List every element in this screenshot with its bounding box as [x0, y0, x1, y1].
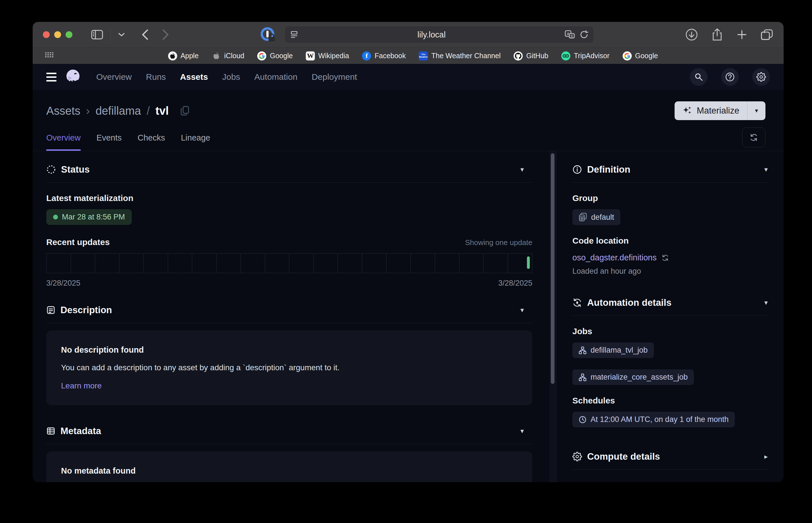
code-location-value: oso_dagster.definitions — [572, 253, 657, 263]
url-text[interactable]: lily.local — [299, 30, 565, 39]
breadcrumb: Assets › defillama / tvl — [46, 105, 189, 117]
group-tag[interactable]: default — [572, 209, 620, 225]
refresh-button[interactable] — [742, 127, 765, 147]
job-icon — [579, 346, 587, 354]
scrollbar-thumb[interactable] — [551, 153, 555, 384]
definition-section-header[interactable]: Definition ▾ — [572, 154, 768, 182]
menu-icon[interactable] — [46, 73, 56, 82]
description-collapse-caret[interactable]: ▾ — [520, 306, 524, 314]
breadcrumb-assets-link[interactable]: Assets — [46, 105, 80, 117]
latest-materialization-pill[interactable]: Mar 28 at 8:56 PM — [46, 209, 132, 225]
bookmark-label: iCloud — [224, 52, 245, 60]
metadata-section-header[interactable]: Metadata ▾ — [46, 415, 533, 444]
code-location-link[interactable]: oso_dagster.definitions — [572, 253, 768, 263]
nav-assets[interactable]: Assets — [180, 72, 208, 82]
bookmark-icloud[interactable]: iCloud — [212, 51, 245, 60]
close-window-button[interactable] — [43, 31, 50, 38]
zoom-window-button[interactable] — [66, 31, 72, 38]
tab-overview[interactable]: Overview — [46, 133, 80, 151]
sidebar-toggle-icon[interactable] — [91, 30, 103, 39]
update-cell — [459, 254, 484, 273]
nav-runs[interactable]: Runs — [146, 72, 166, 82]
bookmark-github[interactable]: GitHub — [513, 51, 548, 60]
materialize-dropdown-button[interactable]: ▾ — [747, 101, 765, 120]
translate-icon[interactable]: A 文 — [565, 30, 575, 39]
tab-checks[interactable]: Checks — [138, 133, 165, 151]
update-cell — [338, 254, 362, 273]
password-manager-extension-icon[interactable] — [260, 27, 275, 42]
bookmark-wikipedia[interactable]: W Wikipedia — [306, 51, 349, 60]
latest-materialization-label: Latest materialization — [46, 193, 533, 203]
frequently-visited-icon[interactable] — [44, 52, 54, 60]
breadcrumb-row: Assets › defillama / tvl — [33, 90, 783, 125]
share-icon[interactable] — [711, 28, 723, 41]
tab-lineage[interactable]: Lineage — [181, 133, 210, 151]
job-tag-defillama-tvl[interactable]: defillama_tvl_job — [572, 342, 654, 358]
new-tab-icon[interactable] — [737, 29, 747, 40]
job-tag-materialize-core-assets[interactable]: materialize_core_assets_job — [572, 369, 694, 385]
address-bar[interactable]: lily.local A 文 — [285, 26, 594, 43]
status-section-header[interactable]: Status ▾ — [46, 154, 533, 182]
nav-automation[interactable]: Automation — [254, 72, 297, 82]
status-collapse-caret[interactable]: ▾ — [520, 165, 524, 174]
update-cell — [362, 254, 387, 273]
bookmark-facebook[interactable]: f Facebook — [362, 51, 406, 60]
group-label: Group — [572, 193, 768, 203]
automation-collapse-caret[interactable]: ▾ — [764, 299, 768, 307]
bookmark-apple[interactable]: Apple — [168, 51, 199, 60]
learn-more-link[interactable]: Learn more — [61, 381, 102, 391]
dagster-logo[interactable] — [65, 69, 82, 85]
scrollbar-track[interactable] — [549, 151, 556, 482]
description-icon — [46, 306, 55, 314]
forward-button[interactable] — [162, 29, 169, 40]
status-divider — [46, 182, 533, 183]
sidebar-chevron-down-icon[interactable] — [118, 32, 125, 37]
nav-deployment[interactable]: Deployment — [312, 72, 357, 82]
bookmark-google-2[interactable]: Google — [622, 51, 658, 60]
help-button[interactable] — [721, 68, 739, 86]
bookmarks-bar: Apple iCloud Google W Wikipedia — [33, 48, 783, 64]
overview-left-column: Status ▾ Latest materialization Mar 28 a… — [33, 151, 549, 482]
info-icon — [572, 165, 582, 174]
back-button[interactable] — [141, 29, 149, 40]
tab-overview-icon[interactable] — [761, 29, 773, 41]
update-cell — [95, 254, 120, 273]
search-button[interactable] — [690, 68, 707, 86]
copy-asset-key-icon[interactable] — [181, 106, 189, 115]
description-empty-body: You can add a description to any asset b… — [61, 363, 518, 372]
reload-code-location-icon[interactable] — [661, 254, 669, 262]
reader-view-icon[interactable] — [290, 30, 299, 39]
definition-collapse-caret[interactable]: ▾ — [764, 165, 768, 174]
status-section-title: Status — [61, 164, 515, 175]
bookmark-label: TripAdvisor — [574, 52, 610, 60]
app-nav-bar: Overview Runs Assets Jobs Automation Dep… — [33, 64, 783, 90]
reload-icon[interactable] — [579, 30, 589, 39]
downloads-icon[interactable] — [685, 29, 698, 41]
bookmark-tripadvisor[interactable]: TripAdvisor — [561, 51, 610, 60]
compute-details-header[interactable]: Compute details ▸ — [572, 441, 768, 469]
bookmark-weather-channel[interactable]: TheWeather The Weather Channel — [419, 51, 501, 60]
bookmarks-list: Apple iCloud Google W Wikipedia — [54, 51, 772, 60]
sparkle-icon — [683, 106, 692, 115]
metadata-collapse-caret[interactable]: ▾ — [520, 427, 524, 435]
recent-updates-grid[interactable] — [46, 253, 533, 273]
materialize-button[interactable]: Materialize — [674, 101, 747, 120]
bookmark-google[interactable]: Google — [257, 51, 293, 60]
description-section-header[interactable]: Description ▾ — [46, 294, 533, 323]
update-cell — [484, 254, 508, 273]
materialization-tick[interactable] — [527, 256, 530, 269]
code-location-loaded-time: Loaded an hour ago — [572, 267, 768, 276]
facebook-icon: f — [362, 51, 371, 60]
tab-events[interactable]: Events — [96, 133, 122, 151]
automation-divider — [572, 315, 768, 316]
settings-button[interactable] — [752, 68, 770, 86]
minimize-window-button[interactable] — [54, 31, 61, 38]
update-cell — [217, 254, 241, 273]
automation-section-header[interactable]: Automation details ▾ — [572, 287, 768, 315]
schedule-tag[interactable]: At 12:00 AM UTC, on day 1 of the month — [572, 412, 735, 427]
compute-expand-chevron[interactable]: ▸ — [764, 453, 768, 461]
update-cell — [144, 254, 168, 273]
nav-jobs[interactable]: Jobs — [222, 72, 240, 82]
breadcrumb-group-link[interactable]: defillama — [95, 105, 141, 117]
nav-overview[interactable]: Overview — [96, 72, 132, 82]
